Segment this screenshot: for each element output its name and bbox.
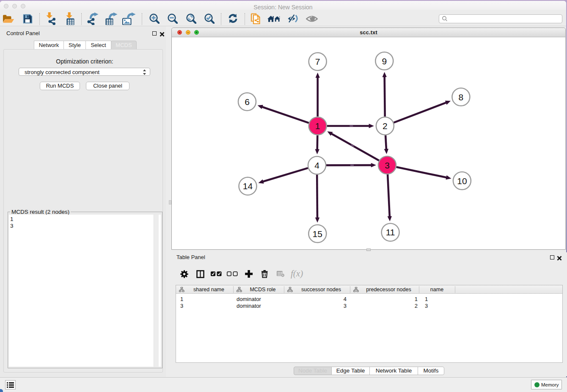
svg-text:1: 1	[315, 121, 320, 131]
svg-text:11: 11	[386, 227, 395, 237]
svg-text:7: 7	[315, 57, 320, 66]
svg-text:8: 8	[459, 92, 464, 102]
svg-text:6: 6	[245, 97, 250, 107]
svg-text:4: 4	[314, 160, 319, 170]
svg-text:2: 2	[383, 121, 388, 131]
svg-text:15: 15	[313, 229, 322, 239]
svg-text:14: 14	[243, 181, 253, 191]
svg-text:3: 3	[385, 160, 390, 170]
svg-text:10: 10	[457, 176, 467, 186]
svg-text:9: 9	[382, 56, 387, 66]
